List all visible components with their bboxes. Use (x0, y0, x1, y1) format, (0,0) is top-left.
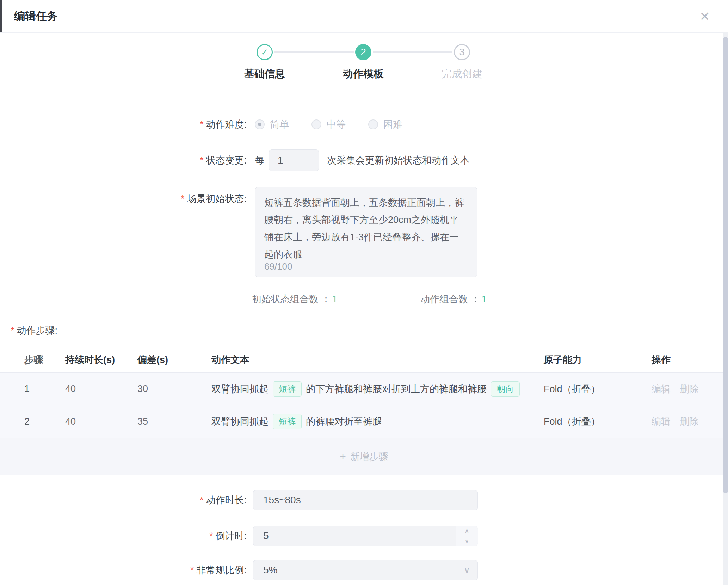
col-header-text: 动作文本 (211, 347, 249, 372)
edit-link[interactable]: 编辑 (652, 383, 671, 395)
duration-input[interactable]: 15s~80s (253, 490, 478, 510)
required-mark: * (200, 495, 204, 505)
table-row: 1 40 30 双臂协同抓起 短裤 的下方裤腿和裤腰对折到上方的裤腿和裤腰 朝向… (0, 372, 728, 405)
difficulty-label: *动作难度: (0, 116, 247, 133)
required-mark: * (181, 193, 185, 204)
add-step-button[interactable]: + 新增步骤 (0, 438, 728, 475)
dialog-header: 编辑任务 ✕ (0, 0, 728, 33)
state-change-suffix: 次采集会更新初始状态和动作文本 (327, 149, 470, 171)
action-text-cell: 双臂协同抓起 短裤 的下方裤腿和裤腰对折到上方的裤腿和裤腰 朝向 (211, 373, 520, 405)
stepper-connector (373, 51, 452, 53)
state-change-prefix: 每 (255, 149, 264, 171)
plus-icon: + (340, 451, 346, 463)
orientation-tag: 朝向 (491, 381, 520, 397)
required-mark: * (190, 565, 194, 575)
action-combo-value: 1 (482, 294, 487, 304)
required-mark: * (209, 531, 213, 541)
countdown-label: *倒计时: (0, 526, 247, 546)
chevron-down-icon: ∨ (460, 560, 474, 580)
state-change-label: *状态变更: (0, 149, 247, 171)
countdown-value: 5 (263, 530, 269, 541)
object-tag: 短裤 (273, 381, 302, 397)
action-text: 的裤腰对折至裤腿 (306, 415, 382, 428)
duration-label: *动作时长: (0, 490, 247, 510)
radio-icon (368, 119, 378, 129)
add-step-label: 新增步骤 (350, 450, 388, 463)
increase-icon[interactable]: ∧ (456, 526, 478, 536)
decrease-icon[interactable]: ∨ (456, 536, 478, 546)
initial-state-row: *场景初始状态: 短裤五条数据背面朝上，五条数据正面朝上，裤腰朝右，离头部视野下… (0, 187, 728, 277)
col-header-step: 步骤 (24, 347, 43, 372)
close-icon[interactable]: ✕ (696, 8, 714, 25)
action-steps-label: *动作步骤: (11, 324, 57, 337)
step-duration: 40 (65, 405, 76, 438)
number-stepper: ∧ ∨ (456, 526, 478, 546)
stepper-connector (274, 51, 354, 53)
initial-combo-count: 初始状态组合数 ：1 (252, 292, 338, 307)
radio-icon (255, 119, 265, 129)
radio-option-medium[interactable]: 中等 (311, 118, 346, 131)
step-offset: 30 (137, 373, 148, 405)
char-counter: 69/100 (264, 261, 292, 272)
initial-state-textarea[interactable]: 短裤五条数据背面朝上，五条数据正面朝上，裤腰朝右，离头部视野下方至少20cm之外… (255, 187, 477, 277)
unusual-ratio-row: *非常规比例: 5% ∨ (0, 560, 728, 581)
scrollbar-thumb[interactable] (723, 37, 728, 493)
state-change-input[interactable]: 1 (269, 149, 319, 171)
radio-icon (311, 119, 321, 129)
object-tag: 短裤 (273, 414, 302, 429)
step-3-indicator: 3 (454, 44, 470, 60)
initial-state-text: 短裤五条数据背面朝上，五条数据正面朝上，裤腰朝右，离头部视野下方至少20cm之外… (264, 194, 468, 263)
difficulty-radio-group: 简单 中等 困难 (255, 116, 402, 133)
col-header-ability: 原子能力 (544, 347, 582, 372)
action-text-cell: 双臂协同抓起 短裤 的裤腰对折至裤腿 (211, 405, 382, 438)
steps-table-header: 步骤 持续时长(s) 偏差(s) 动作文本 原子能力 操作 (0, 347, 728, 372)
atomic-ability: Fold（折叠） (544, 405, 600, 438)
edit-link[interactable]: 编辑 (652, 415, 671, 428)
unusual-ratio-value: 5% (263, 565, 277, 575)
step-2-indicator: 2 (355, 44, 371, 60)
delete-link[interactable]: 删除 (680, 383, 699, 395)
required-mark: * (11, 325, 14, 336)
col-header-ops: 操作 (652, 347, 671, 372)
step-number: 2 (24, 405, 30, 438)
step-offset: 35 (137, 405, 148, 438)
atomic-ability: Fold（折叠） (544, 373, 600, 405)
step-1-check-icon: ✓ (257, 44, 273, 60)
action-text: 双臂协同抓起 (211, 383, 269, 395)
dialog-body: ✓ 2 3 基础信息 动作模板 完成创建 *动作难度: 简单 中等 困难 (0, 32, 728, 585)
col-header-offset: 偏差(s) (137, 347, 168, 372)
step-number: 1 (24, 373, 30, 405)
step-1-label: 基础信息 (212, 67, 317, 81)
countdown-input[interactable]: 5 ∧ ∨ (253, 526, 478, 546)
edit-task-dialog: {{current_time}}{{current_time}}{{curren… (0, 0, 728, 585)
backdrop-edge (0, 0, 2, 32)
difficulty-row: *动作难度: 简单 中等 困难 (0, 116, 728, 133)
radio-option-easy[interactable]: 简单 (255, 118, 289, 131)
required-mark: * (200, 119, 204, 130)
state-change-row: *状态变更: 每 1 次采集会更新初始状态和动作文本 (0, 149, 728, 171)
step-duration: 40 (65, 373, 76, 405)
delete-link[interactable]: 删除 (680, 415, 699, 428)
step-3-label: 完成创建 (409, 67, 515, 81)
row-operations: 编辑 删除 (652, 405, 699, 438)
initial-combo-value: 1 (332, 294, 338, 304)
unusual-ratio-label: *非常规比例: (0, 560, 247, 580)
countdown-row: *倒计时: 5 ∧ ∨ (0, 526, 728, 546)
initial-state-label: *场景初始状态: (0, 192, 247, 205)
unusual-ratio-select[interactable]: 5% ∨ (253, 560, 478, 580)
radio-option-hard[interactable]: 困难 (368, 118, 402, 131)
action-combo-count: 动作组合数 ：1 (420, 292, 487, 307)
required-mark: * (200, 155, 204, 166)
table-row: 2 40 35 双臂协同抓起 短裤 的裤腰对折至裤腿 Fold（折叠） 编辑 删… (0, 405, 728, 438)
dialog-title: 编辑任务 (14, 0, 58, 32)
step-2-label: 动作模板 (310, 67, 416, 81)
action-text: 的下方裤腿和裤腰对折到上方的裤腿和裤腰 (306, 383, 487, 395)
col-header-duration: 持续时长(s) (65, 347, 115, 372)
combos-row: 初始状态组合数 ：1 动作组合数 ：1 (0, 292, 728, 307)
scrollbar-track (723, 32, 728, 585)
duration-row: *动作时长: 15s~80s (0, 490, 728, 510)
row-operations: 编辑 删除 (652, 373, 699, 405)
action-text: 双臂协同抓起 (211, 415, 269, 428)
